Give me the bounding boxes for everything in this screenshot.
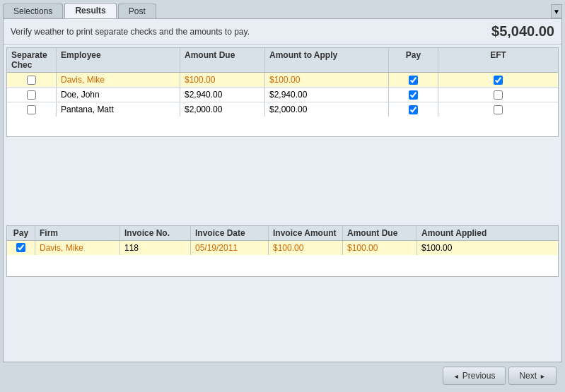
bottom-bar: Previous Next: [3, 362, 562, 389]
eft-check-3[interactable]: [494, 105, 503, 114]
col-header-pay-l: Pay: [7, 226, 35, 240]
sep-check-3[interactable]: [27, 105, 36, 114]
arrow-left-icon: [453, 371, 460, 381]
pay-cell-3[interactable]: [389, 102, 438, 117]
lower-firm-cell-1: Davis, Mike: [35, 241, 120, 255]
upper-table: Separate Chec Employee Amount Due Amount…: [6, 47, 559, 137]
upper-table-row: Pantana, Matt $2,000.00 $2,000.00: [7, 102, 558, 117]
bottom-spacer: [4, 280, 561, 362]
next-button[interactable]: Next: [508, 367, 557, 385]
lower-invoice-amount-cell-1: $100.00: [269, 241, 343, 255]
tab-post[interactable]: Post: [118, 4, 156, 18]
amount-apply-cell-2: $2,940.00: [265, 88, 389, 102]
employee-cell-3: Pantana, Matt: [57, 102, 180, 117]
lower-pay-cell-1[interactable]: [7, 241, 35, 255]
col-header-invoice-amount: Invoice Amount: [269, 226, 343, 240]
pay-check-2[interactable]: [409, 90, 418, 100]
lower-pay-check-1[interactable]: [16, 243, 25, 252]
eft-check-2[interactable]: [494, 90, 503, 100]
tab-dropdown-icon[interactable]: ▼: [551, 4, 562, 18]
col-header-eft: EFT: [438, 48, 558, 72]
lower-table-header: Pay Firm Invoice No. Invoice Date Invoic…: [7, 226, 558, 241]
content-area: Verify weather to print separate checks …: [3, 18, 562, 362]
amount-due-cell-3: $2,000.00: [180, 102, 265, 117]
lower-table: Pay Firm Invoice No. Invoice Date Invoic…: [6, 225, 559, 277]
col-header-invoice-no: Invoice No.: [120, 226, 191, 240]
amount-apply-cell-3: $2,000.00: [265, 102, 389, 117]
lower-table-row: Davis, Mike 118 05/19/2011 $100.00 $100.…: [7, 241, 558, 255]
pay-cell-1[interactable]: [389, 73, 438, 87]
employee-cell-1: Davis, Mike: [57, 73, 180, 87]
main-container: Selections Results Post ▼ Verify weather…: [0, 0, 565, 392]
upper-table-row: Doe, John $2,940.00 $2,940.00: [7, 88, 558, 102]
amount-apply-cell-1: $100.00: [265, 73, 389, 87]
sep-check-1[interactable]: [27, 76, 36, 85]
lower-amount-applied-cell-1: $100.00: [417, 241, 558, 255]
eft-cell-2[interactable]: [438, 88, 558, 102]
sep-check-cell-3[interactable]: [7, 102, 57, 117]
next-label: Next: [519, 371, 537, 381]
col-header-invoice-date: Invoice Date: [191, 226, 269, 240]
sep-check-cell-2[interactable]: [7, 88, 57, 102]
col-header-sep-check: Separate Chec: [7, 48, 57, 72]
lower-invoice-date-cell-1: 05/19/2011: [191, 241, 269, 255]
upper-table-row: Davis, Mike $100.00 $100.00: [7, 73, 558, 88]
tab-bar: Selections Results Post ▼: [0, 0, 565, 18]
amount-due-cell-1: $100.00: [180, 73, 265, 87]
total-amount: $5,040.00: [491, 23, 554, 40]
col-header-amount-due-l: Amount Due: [343, 226, 417, 240]
header-message: Verify weather to print separate checks …: [11, 27, 250, 37]
tab-selections[interactable]: Selections: [3, 4, 63, 18]
col-header-firm: Firm: [35, 226, 120, 240]
pay-check-3[interactable]: [409, 105, 418, 114]
upper-table-header: Separate Chec Employee Amount Due Amount…: [7, 48, 558, 73]
eft-cell-1[interactable]: [438, 73, 558, 87]
header-row: Verify weather to print separate checks …: [4, 19, 561, 44]
middle-spacer: [4, 140, 561, 222]
arrow-right-icon: [540, 371, 546, 381]
pay-check-1[interactable]: [409, 76, 418, 85]
col-header-amount-applied: Amount Applied: [417, 226, 558, 240]
previous-button[interactable]: Previous: [443, 367, 506, 385]
lower-table-body: Davis, Mike 118 05/19/2011 $100.00 $100.…: [7, 241, 558, 276]
sep-check-2[interactable]: [27, 90, 36, 100]
col-header-employee: Employee: [57, 48, 180, 72]
tab-results[interactable]: Results: [64, 3, 116, 18]
eft-cell-3[interactable]: [438, 102, 558, 117]
pay-cell-2[interactable]: [389, 88, 438, 102]
lower-invoice-no-cell-1: 118: [120, 241, 191, 255]
previous-label: Previous: [462, 371, 496, 381]
amount-due-cell-2: $2,940.00: [180, 88, 265, 102]
eft-check-1[interactable]: [494, 76, 503, 85]
employee-cell-2: Doe, John: [57, 88, 180, 102]
lower-amount-due-cell-1: $100.00: [343, 241, 417, 255]
col-header-amount-due: Amount Due: [180, 48, 265, 72]
upper-table-body: Davis, Mike $100.00 $100.00 Doe, John: [7, 73, 558, 136]
col-header-pay: Pay: [389, 48, 438, 72]
col-header-amount-apply: Amount to Apply: [265, 48, 389, 72]
sep-check-cell-1[interactable]: [7, 73, 57, 87]
